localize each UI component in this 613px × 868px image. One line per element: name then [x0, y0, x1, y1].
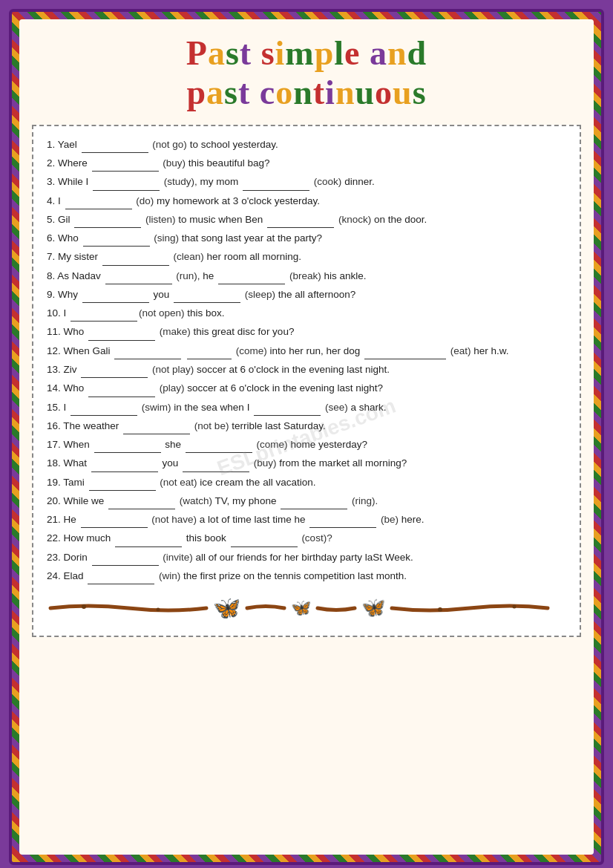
- title-letter-i: i: [275, 34, 286, 72]
- blank-23-1: [92, 555, 159, 566]
- blank-2-1: [92, 161, 159, 172]
- blank-17-1: [94, 443, 161, 453]
- blank-18-2: [183, 462, 249, 472]
- blank-5-1: [74, 218, 141, 228]
- inner-bg: Past simple and past continuous ESLprint…: [19, 19, 594, 855]
- exercise-9: 9. Why you (sleep) the all afternoon?: [47, 287, 566, 303]
- title-letter-and1: a: [370, 34, 387, 72]
- blank-17-2: [186, 443, 252, 453]
- blank-9-1: [82, 293, 149, 303]
- title2-s2: s: [413, 74, 427, 111]
- exercise-6: 6. Who (sing) that song last year at the…: [47, 230, 566, 247]
- blank-12-2: [364, 349, 446, 359]
- exercise-list: 1. Yael (not go) to school yesterday. 2.…: [47, 137, 566, 584]
- blank-20-2: [281, 499, 347, 509]
- title2-t2: t: [313, 74, 325, 111]
- blank-3-2: [243, 180, 309, 191]
- exercise-13: 13. Ziv (not play) soccer at 6 o'clock i…: [47, 362, 566, 378]
- blank-10-1: [71, 311, 137, 322]
- title2-n1: n: [293, 74, 313, 111]
- branch-middle-svg: [243, 600, 288, 616]
- title2-t1: t: [238, 74, 250, 111]
- title-letter-P: P: [186, 34, 208, 72]
- blank-3-1: [93, 180, 160, 191]
- exercise-23: 23. Dorin (invite) all of our friends fo…: [47, 549, 566, 566]
- title-line2: past continuous: [186, 74, 427, 113]
- title2-o2: o: [375, 74, 393, 111]
- bottom-decoration: 🦋 🦋 🦋: [47, 595, 566, 621]
- title-letter-t1: t: [240, 34, 252, 72]
- blank-22-1: [115, 537, 182, 547]
- blank-6-1: [83, 236, 150, 247]
- exercise-21: 21. He (not have) a lot of time last tim…: [47, 512, 566, 528]
- svg-point-3: [513, 604, 517, 608]
- blank-14-1: [88, 387, 155, 397]
- outer-border: Past simple and past continuous ESLprint…: [9, 9, 604, 865]
- exercise-7: 7. My sister (clean) her room all mornin…: [47, 249, 566, 265]
- title-letter-l: l: [334, 34, 344, 72]
- title-letter-a1: a: [208, 34, 226, 72]
- blank-5-2: [267, 218, 334, 228]
- blank-19-1: [89, 480, 156, 491]
- blank-11-1: [88, 330, 155, 341]
- exercise-17: 17. When she (come) home yesterday?: [47, 437, 566, 453]
- title-letter-nd: n: [387, 34, 407, 72]
- title-area: Past simple and past continuous: [186, 27, 427, 117]
- blank-21-1: [81, 518, 148, 528]
- butterfly-1: 🦋: [213, 595, 240, 621]
- butterfly-3: 🦋: [361, 596, 385, 619]
- title-letter-e1: e: [344, 34, 360, 72]
- title2-u1: u: [355, 74, 375, 111]
- title2-p: p: [186, 74, 206, 111]
- title-letter-m: m: [285, 34, 314, 72]
- blank-13-1: [81, 368, 148, 378]
- blank-8-1: [105, 274, 172, 284]
- exercise-5: 5. Gil (listen) to music when Ben (knock…: [47, 212, 566, 228]
- blank-1-1: [82, 143, 148, 153]
- blank-9-2: [174, 293, 240, 303]
- blank-12-1b: [187, 349, 232, 359]
- blank-12-1: [114, 349, 181, 359]
- blank-18-1: [91, 462, 158, 472]
- exercise-14: 14. Who (play) soccer at 6 o'clock in th…: [47, 380, 566, 397]
- blank-8-2: [218, 274, 285, 284]
- title2-a1: a: [206, 74, 224, 111]
- title-letter-s1: s: [226, 34, 240, 72]
- title2-c: c: [260, 74, 275, 111]
- title-letter-d: d: [407, 34, 427, 72]
- branch-middle2-svg: [314, 600, 358, 616]
- blank-4-1: [65, 199, 132, 209]
- exercise-3: 3. While I (study), my mom (cook) dinner…: [47, 174, 566, 190]
- butterfly-2: 🦋: [291, 598, 311, 618]
- exercise-12: 12. When Gali (come) into her run, her d…: [47, 343, 566, 359]
- exercise-18: 18. What you (buy) from the market all m…: [47, 455, 566, 471]
- blank-22-2: [231, 537, 298, 547]
- title2-u2: u: [393, 74, 413, 111]
- blank-21-2: [309, 518, 376, 528]
- title2-o1: o: [275, 74, 293, 111]
- branch-left-svg: [47, 600, 210, 616]
- blank-16-1: [123, 424, 190, 434]
- title-letter-s2: s: [261, 34, 275, 72]
- exercise-24: 24. Elad (win) the first prize on the te…: [47, 568, 566, 584]
- svg-point-0: [82, 604, 86, 609]
- worksheet-box: ESLprintables.com 1. Yael (not go) to sc…: [32, 125, 581, 637]
- exercise-19: 19. Tami (not eat) ice cream the all vac…: [47, 474, 566, 491]
- blank-15-2: [254, 405, 321, 416]
- blank-7-1: [102, 255, 169, 266]
- exercise-8: 8. As Nadav (run), he (break) his ankle.: [47, 268, 566, 284]
- title2-s1: s: [224, 74, 238, 111]
- blank-15-1: [71, 405, 137, 416]
- exercise-16: 16. The weather (not be) terrible last S…: [47, 418, 566, 434]
- exercise-10: 10. I (not open) this box.: [47, 305, 566, 322]
- branch-right-svg: [388, 600, 551, 616]
- exercise-22: 22. How much this book (cost)?: [47, 530, 566, 546]
- title-line1: Past simple and: [186, 34, 427, 74]
- exercise-1: 1. Yael (not go) to school yesterday.: [47, 137, 566, 153]
- exercise-15: 15. I (swim) in the sea when I (see) a s…: [47, 399, 566, 416]
- blank-20-1: [108, 499, 175, 509]
- title-letter-p: p: [315, 34, 335, 72]
- title2-i1: i: [325, 74, 335, 111]
- title2-n2: n: [335, 74, 355, 111]
- svg-point-2: [438, 607, 442, 612]
